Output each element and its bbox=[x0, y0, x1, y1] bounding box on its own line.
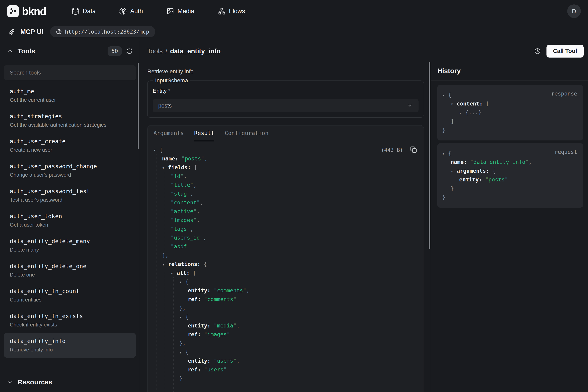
chevron-down-icon bbox=[407, 103, 413, 109]
result-tabs-panel: Arguments Result Configuration (442 B) bbox=[147, 125, 424, 392]
collapse-toggle-icon[interactable]: ▾ bbox=[154, 146, 160, 155]
json-row: ref: "users" bbox=[154, 365, 418, 374]
tool-list-item[interactable]: data_entity_infoRetrieve entity info bbox=[4, 333, 136, 358]
history-title: History bbox=[437, 67, 461, 75]
app-body: Tools 50 auth_meGet the current userauth… bbox=[0, 41, 588, 392]
tool-list-item[interactable]: auth_meGet the current user bbox=[4, 83, 136, 108]
json-row: ▾{ bbox=[154, 348, 418, 356]
collapse-toggle-icon[interactable]: ▾ bbox=[179, 313, 185, 322]
json-row: "users_id", bbox=[154, 233, 418, 242]
tool-list-item[interactable]: auth_user_createCreate a new user bbox=[4, 133, 136, 158]
tool-list-item[interactable]: data_entity_delete_oneDelete one bbox=[4, 258, 136, 283]
chevron-down-icon bbox=[7, 379, 13, 385]
tool-name: data_entity_delete_one bbox=[10, 263, 130, 270]
json-row: } bbox=[154, 374, 418, 383]
tool-page-header: Tools / data_entity_info Call Tool bbox=[140, 41, 588, 61]
history-entry-type-label: request bbox=[555, 149, 577, 155]
tool-name: auth_user_password_change bbox=[10, 163, 130, 170]
tool-name: auth_strategies bbox=[10, 113, 130, 120]
json-row: ▾content: [ bbox=[442, 99, 578, 108]
image-icon bbox=[167, 8, 174, 15]
expand-toggle-icon[interactable]: ▸ bbox=[459, 108, 465, 117]
collapse-toggle-icon[interactable]: ▾ bbox=[171, 269, 177, 278]
tool-description: Count entities bbox=[10, 297, 130, 303]
json-row: "active", bbox=[154, 207, 418, 216]
user-avatar[interactable]: D bbox=[567, 4, 581, 18]
tab-result[interactable]: Result bbox=[194, 126, 214, 141]
tool-list-item[interactable]: auth_user_password_testTest a user's pas… bbox=[4, 183, 136, 208]
main-scrollbar[interactable] bbox=[429, 62, 430, 249]
json-row: ▾{ bbox=[154, 146, 418, 154]
nav-item-data[interactable]: Data bbox=[72, 8, 96, 15]
collapse-toggle-icon[interactable]: ▾ bbox=[162, 164, 168, 172]
tool-list-item[interactable]: data_entity_fn_existsCheck if entity exi… bbox=[4, 308, 136, 333]
result-size-label: (442 B) bbox=[381, 147, 403, 153]
collapse-toggle-icon[interactable]: ▾ bbox=[451, 167, 457, 176]
tool-list-item[interactable]: auth_strategiesGet the available authent… bbox=[4, 108, 136, 133]
json-row: ▾arguments: { bbox=[442, 166, 578, 175]
resources-section-header[interactable]: Resources bbox=[0, 372, 140, 392]
tools-sidebar: Tools 50 auth_meGet the current userauth… bbox=[0, 41, 140, 392]
workflow-icon bbox=[218, 8, 225, 15]
json-row: entity: "posts" bbox=[442, 175, 578, 184]
json-row: ref: "comments" bbox=[154, 295, 418, 304]
tool-list-item[interactable]: data_entity_delete_manyDelete many bbox=[4, 233, 136, 258]
json-row: entity: "media", bbox=[154, 321, 418, 330]
collapse-toggle-icon[interactable]: ▾ bbox=[442, 91, 448, 100]
collapse-toggle-icon[interactable]: ▾ bbox=[179, 278, 185, 286]
json-row: name: "data_entity_info", bbox=[442, 158, 578, 166]
json-row: entity: "users", bbox=[154, 356, 418, 365]
resources-section-title: Resources bbox=[17, 378, 52, 386]
input-schema-legend: InputSchema bbox=[153, 77, 190, 84]
tab-configuration[interactable]: Configuration bbox=[225, 126, 268, 141]
tab-row: Arguments Result Configuration bbox=[148, 126, 424, 141]
tool-name: auth_user_create bbox=[10, 138, 130, 145]
json-row: "id", bbox=[154, 172, 418, 180]
tool-list-item[interactable]: auth_user_tokenGet a user token bbox=[4, 208, 136, 233]
tool-list-item[interactable]: data_entity_fn_countCount entities bbox=[4, 283, 136, 308]
tools-section-header[interactable]: Tools 50 bbox=[0, 41, 140, 61]
copy-button[interactable] bbox=[410, 146, 418, 154]
chevron-up-icon bbox=[7, 48, 13, 54]
right-region: Tools / data_entity_info Call Tool Retri… bbox=[140, 41, 588, 392]
fingerprint-icon bbox=[119, 8, 127, 15]
json-row: "slug", bbox=[154, 190, 418, 198]
tool-name: data_entity_fn_exists bbox=[10, 313, 130, 320]
nav-item-flows[interactable]: Flows bbox=[218, 8, 245, 15]
tool-description: Test a user's password bbox=[10, 197, 130, 203]
search-tools-input[interactable] bbox=[10, 70, 130, 76]
collapse-toggle-icon[interactable]: ▾ bbox=[179, 348, 185, 357]
history-header: History bbox=[431, 61, 588, 80]
json-row: "content", bbox=[154, 198, 418, 207]
top-navigation-bar: bknd Data Auth Media Flows bbox=[0, 0, 588, 22]
nav-item-auth[interactable]: Auth bbox=[119, 8, 143, 15]
collapse-toggle-icon[interactable]: ▾ bbox=[162, 260, 168, 269]
tool-description: Delete one bbox=[10, 272, 130, 278]
tab-arguments[interactable]: Arguments bbox=[154, 126, 184, 141]
nav-item-media[interactable]: Media bbox=[167, 8, 194, 15]
history-entry-card[interactable]: response▾{▾content: [▸{...}]} bbox=[437, 85, 583, 140]
mcp-url-pill[interactable]: http://localhost:28623/mcp bbox=[50, 26, 155, 37]
sidebar-scrollbar[interactable] bbox=[138, 63, 139, 149]
json-row: } bbox=[442, 184, 578, 193]
right-body: Retrieve entity info InputSchema Entity*… bbox=[140, 61, 588, 392]
json-row: }, bbox=[154, 339, 418, 348]
brand[interactable]: bknd bbox=[7, 5, 46, 18]
database-icon bbox=[72, 8, 79, 15]
refresh-icon[interactable] bbox=[126, 48, 133, 54]
tool-detail-panel: Retrieve entity info InputSchema Entity*… bbox=[140, 61, 431, 392]
collapse-toggle-icon[interactable]: ▾ bbox=[451, 100, 457, 108]
breadcrumb-tools[interactable]: Tools bbox=[147, 47, 163, 55]
call-tool-button[interactable]: Call Tool bbox=[547, 45, 584, 58]
history-entry-card[interactable]: request▾{name: "data_entity_info",▾argum… bbox=[437, 143, 583, 208]
history-icon-button[interactable] bbox=[533, 46, 542, 56]
tool-description: Retrieve entity info bbox=[10, 347, 130, 353]
json-row: ▾{ bbox=[154, 277, 418, 286]
entity-select[interactable]: posts bbox=[153, 99, 418, 112]
tool-description: Get the available authentication strateg… bbox=[10, 122, 130, 128]
tool-description: Create a new user bbox=[10, 147, 130, 153]
tool-name: data_entity_delete_many bbox=[10, 238, 130, 244]
tool-list-item[interactable]: auth_user_password_changeChange a user's… bbox=[4, 158, 136, 183]
tools-scroll-area[interactable]: auth_meGet the current userauth_strategi… bbox=[0, 61, 140, 372]
collapse-toggle-icon[interactable]: ▾ bbox=[442, 149, 448, 158]
